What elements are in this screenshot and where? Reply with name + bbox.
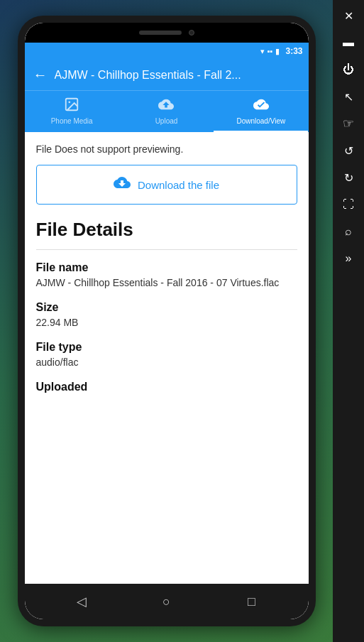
tab-phone-media[interactable]: Phone Media <box>25 91 119 132</box>
content-area: File Does not support previewing. Downlo… <box>25 132 309 584</box>
battery-icon: ▮ <box>275 47 280 56</box>
file-details-title: File Details <box>36 219 297 241</box>
phone-notch <box>25 23 309 43</box>
rotate-cw-button[interactable]: ↻ <box>336 165 361 190</box>
uploaded-label: Uploaded <box>36 381 297 393</box>
status-icons: ▾ ▪▪ ▮ <box>260 47 280 56</box>
size-value: 22.94 MB <box>36 317 297 328</box>
download-button[interactable]: Download the file <box>36 165 297 205</box>
nav-home-button[interactable]: ○ <box>153 587 181 616</box>
phone-screen: ▾ ▪▪ ▮ 3:33 ← AJMW - Chillhop Essentials… <box>25 23 309 619</box>
file-name-label: File name <box>36 261 297 274</box>
file-name-value: AJMW - Chillhop Essentials - Fall 2016 -… <box>36 277 297 288</box>
tab-download-view[interactable]: Download/View <box>214 91 308 132</box>
size-label: Size <box>36 301 297 314</box>
fullscreen-button[interactable]: ⛶ <box>336 192 361 217</box>
tab-download-view-label: Download/View <box>236 117 285 125</box>
power-button[interactable]: ⏻ <box>336 57 361 82</box>
download-view-icon <box>253 97 269 115</box>
minimize-button[interactable]: ▬ <box>336 30 361 55</box>
file-type-value: audio/flac <box>36 357 297 368</box>
nav-recent-button[interactable]: □ <box>238 587 266 616</box>
speaker <box>139 31 182 35</box>
phone-media-icon <box>64 97 79 115</box>
upload-icon <box>158 97 174 115</box>
phone-frame: ▾ ▪▪ ▮ 3:33 ← AJMW - Chillhop Essentials… <box>18 16 316 626</box>
file-type-label: File type <box>36 341 297 354</box>
rotate-ccw-button[interactable]: ↺ <box>336 138 361 163</box>
svg-point-1 <box>69 101 71 103</box>
forward-button[interactable]: » <box>336 246 361 271</box>
tab-phone-media-label: Phone Media <box>51 117 93 125</box>
app-title: AJMW - Chillhop Essentials - Fall 2... <box>55 69 300 82</box>
touch-button[interactable]: ☞ <box>336 111 361 136</box>
close-button[interactable]: ✕ <box>336 3 361 28</box>
zoom-button[interactable]: ⌕ <box>336 219 361 244</box>
status-time: 3:33 <box>285 46 302 56</box>
camera <box>189 30 194 36</box>
nav-back-button[interactable]: ◁ <box>67 587 96 616</box>
divider <box>36 249 297 250</box>
no-preview-text: File Does not support previewing. <box>36 143 297 155</box>
wifi-icon: ▾ <box>260 47 265 56</box>
tab-bar: Phone Media Upload Download/View <box>25 90 309 132</box>
download-button-label: Download the file <box>138 179 219 191</box>
bottom-nav: ◁ ○ □ <box>25 584 309 619</box>
app-header: ← AJMW - Chillhop Essentials - Fall 2... <box>25 60 309 90</box>
side-toolbar: ✕ ▬ ⏻ ↖ ☞ ↺ ↻ ⛶ ⌕ » <box>333 0 364 642</box>
back-button[interactable]: ← <box>33 67 48 83</box>
status-bar: ▾ ▪▪ ▮ 3:33 <box>25 43 309 60</box>
tab-upload-label: Upload <box>155 117 178 125</box>
tab-upload[interactable]: Upload <box>119 91 214 132</box>
download-cloud-icon <box>114 174 131 195</box>
signal-icon: ▪▪ <box>268 47 273 55</box>
pointer-button[interactable]: ↖ <box>336 84 361 109</box>
